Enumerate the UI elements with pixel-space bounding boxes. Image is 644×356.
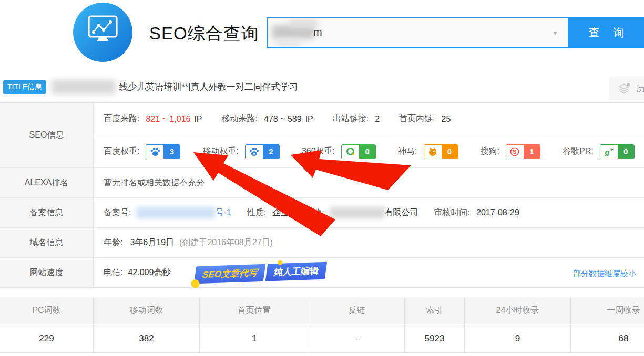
icp-row: 备案信息 备案号: 号-1 性质: 企业 名称: 有限公司 审核时间: 2017… [0, 198, 644, 228]
kw-header: 移动词数 [94, 297, 199, 324]
icp-number: 备案号: 号-1 [104, 207, 231, 218]
icp-nature-value: 企业 [272, 207, 289, 218]
monitor-chart-icon [73, 3, 132, 62]
ad-secondary-text: 纯人工编辑 [265, 262, 328, 281]
qihoo360-icon [345, 146, 356, 157]
mobile-weight-badge[interactable]: M 2 [245, 144, 280, 159]
row-label-alexa: ALEXA排名 [0, 168, 94, 197]
google-plus-icon: g + [603, 146, 615, 157]
masked-domain-blur [275, 39, 301, 47]
telecom-speed-value: 42.009毫秒 [128, 267, 170, 278]
kw-value: - [309, 324, 404, 352]
layers-icon [617, 82, 631, 96]
page-title: SEO综合查询 [149, 22, 259, 46]
shenma-weight: 神马: [398, 144, 458, 159]
kw-value: 1 [200, 324, 309, 352]
icp-audit-value: 2017-08-29 [476, 208, 519, 217]
qihoo360-weight: 360权重: 0 [302, 144, 376, 159]
alexa-status-text: 暂无排名或相关数据不充分 [104, 177, 205, 189]
mobile-traffic-value: 478 ~ 589 [264, 114, 302, 124]
baidu-weight-badge[interactable]: 3 [146, 144, 180, 159]
mobile-traffic: 移动来路: 478 ~ 589 IP [222, 113, 313, 124]
seo-info-row: SEO信息 百度来路: 821 ~ 1,016 IP 移动来路: 478 ~ 5… [0, 103, 644, 168]
kw-col-pc-words: PC词数 229 [0, 297, 94, 352]
shenma-owl-icon [427, 146, 438, 157]
speed-row: 网站速度 电信: 42.009毫秒 SEO文章代写 纯人工编辑 [0, 258, 644, 288]
traffic-line: 百度来路: 821 ~ 1,016 IP 移动来路: 478 ~ 589 IP … [94, 103, 644, 135]
kw-value: 5923 [405, 324, 464, 352]
outbound-links-value: 2 [375, 114, 380, 124]
site-logo [73, 3, 132, 62]
row-label-speed: 网站速度 [0, 258, 94, 287]
search-input-value: m [313, 26, 322, 38]
sogou-icon: S [509, 146, 520, 157]
domain-age-value: 3年6月19日 [130, 237, 174, 248]
icp-company-name: 名称: 有限公司 [305, 207, 418, 218]
baidu-traffic-value: 821 ~ 1,016 [146, 114, 190, 124]
keyword-stats-table: PC词数 229 移动词数 382 首页位置 1 反链 - 索引 5923 24… [0, 297, 644, 353]
icp-number-link[interactable]: 号-1 [215, 207, 231, 218]
kw-col-week-collect: 一周收录 68 [571, 297, 644, 352]
kw-col-index: 索引 5923 [405, 297, 465, 352]
svg-text:+: + [610, 147, 613, 152]
row-label-domain: 域名信息 [0, 228, 94, 257]
kw-header: PC词数 [0, 297, 93, 324]
google-pr-badge[interactable]: g + 0 [600, 144, 635, 159]
kw-value: 68 [571, 324, 644, 352]
masked-icp-number-blur [136, 207, 215, 218]
alexa-row: ALEXA排名 暂无排名或相关数据不充分 [0, 168, 644, 198]
homepage-inlinks-value: 25 [442, 114, 451, 124]
chevron-down-icon[interactable]: ▼ [552, 29, 558, 37]
weights-line: 百度权重: 3 移动权重: [94, 135, 644, 167]
sogou-weight-badge[interactable]: S 1 [506, 144, 540, 159]
icp-company-name-value: 有限公司 [385, 207, 418, 218]
row-label-seo: SEO信息 [0, 103, 94, 167]
baidu-paw-icon [150, 146, 160, 157]
kw-value: 229 [0, 324, 93, 352]
kw-header: 24小时收录 [465, 297, 570, 324]
baidu-paw-m-icon: M [249, 146, 259, 157]
kw-value: 9 [465, 324, 570, 352]
title-info-row: TITLE信息 线少儿英语培训**|真人外教一对二同伴式学习 [3, 80, 298, 94]
kw-header: 首页位置 [200, 297, 309, 324]
domain-row: 域名信息 年龄: 3年6月19日 (创建于2016年08月27日) [0, 228, 644, 258]
masked-title-blur [52, 80, 116, 94]
sogou-weight: 搜狗: S 1 [481, 144, 540, 159]
history-button[interactable]: 历 [609, 77, 644, 100]
svg-text:g: g [605, 147, 610, 156]
domain-created-note: (创建于2016年08月27日) [179, 237, 273, 248]
seo-info-table: SEO信息 百度来路: 821 ~ 1,016 IP 移动来路: 478 ~ 5… [0, 102, 644, 288]
kw-header: 一周收录 [571, 297, 644, 324]
baidu-weight: 百度权重: 3 [104, 144, 180, 159]
page-title-text: 线少儿英语培训**|真人外教一对二同伴式学习 [119, 81, 298, 93]
kw-col-home-position: 首页位置 1 [200, 297, 309, 352]
ad-dot-large [191, 279, 200, 288]
kw-col-mobile-words: 移动词数 382 [94, 297, 200, 352]
qihoo360-weight-badge[interactable]: 0 [341, 144, 376, 159]
mobile-weight: 移动权重: M 2 [202, 144, 279, 159]
baidu-traffic: 百度来路: 821 ~ 1,016 IP [104, 113, 202, 124]
history-button-label: 历 [636, 82, 644, 95]
search-input[interactable]: m ▼ [267, 17, 569, 48]
svg-text:S: S [513, 149, 517, 155]
query-button[interactable]: 查 询 [569, 17, 644, 48]
kw-header: 反链 [309, 297, 404, 324]
row-label-icp: 备案信息 [0, 198, 94, 227]
svg-text:M: M [253, 151, 255, 155]
title-info-badge: TITLE信息 [3, 80, 46, 94]
shenma-weight-badge[interactable]: 0 [424, 144, 458, 159]
ad-banner[interactable]: SEO文章代写 纯人工编辑 [195, 262, 326, 284]
kw-col-24h-collect: 24小时收录 9 [465, 297, 571, 352]
masked-company-name-blur [330, 207, 385, 218]
homepage-inlinks: 首页内链: 25 [399, 113, 451, 124]
kw-col-backlinks: 反链 - [309, 297, 405, 352]
kw-header: 索引 [405, 297, 464, 324]
google-pr: 谷歌PR: g + 0 [563, 144, 635, 159]
icp-nature: 性质: 企业 [247, 207, 289, 218]
kw-value: 382 [94, 324, 199, 352]
ad-primary-text: SEO文章代写 [194, 264, 265, 284]
outbound-links: 出站链接: 2 [333, 113, 380, 124]
data-dimension-link[interactable]: 部分数据维度较小 [573, 269, 636, 279]
icp-audit-time: 审核时间: 2017-08-29 [434, 207, 519, 218]
